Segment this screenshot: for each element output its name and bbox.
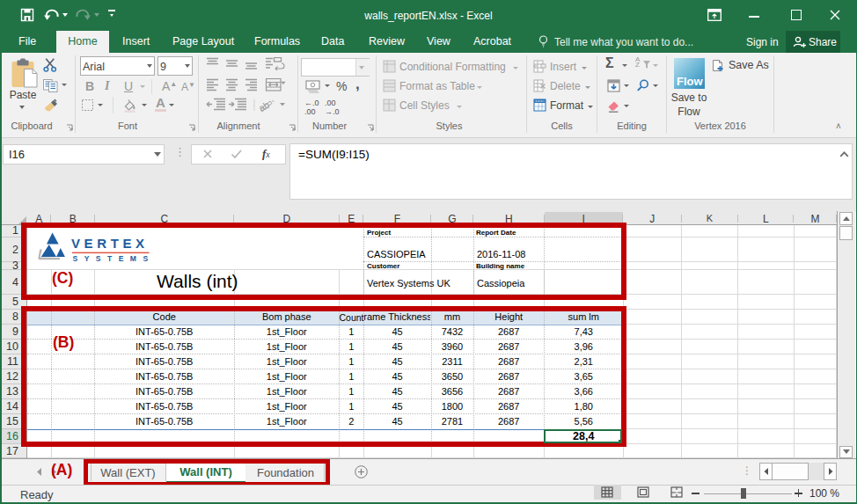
svg-text:Flow: Flow <box>677 75 703 88</box>
